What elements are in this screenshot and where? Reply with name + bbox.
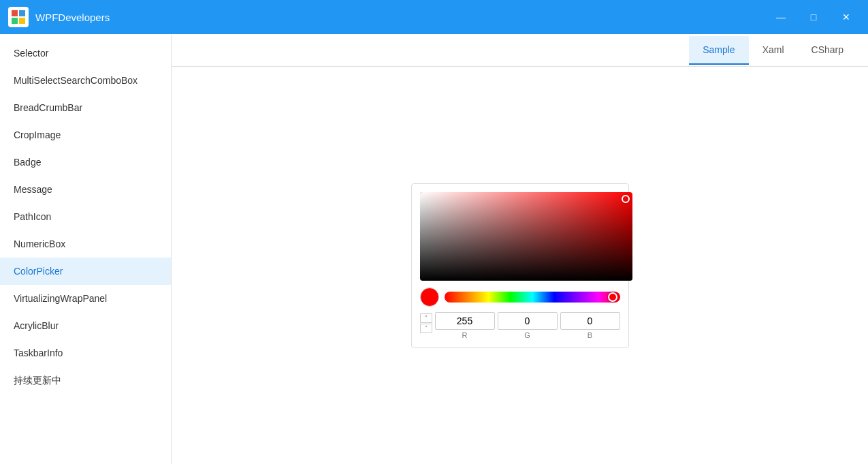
svg-rect-1 [19,10,25,16]
color-canvas-black-gradient [420,192,632,281]
maximize-button[interactable]: □ [800,7,827,27]
b-field: B [560,312,620,339]
close-button[interactable]: ✕ [833,7,860,27]
main-container: Selector MultiSelectSearchComboBox Bread… [0,34,868,464]
color-canvas[interactable] [420,192,632,281]
tab-sample[interactable]: Sample [689,36,748,65]
stepper-arrows: ˄ ˅ [420,313,432,333]
app-title: WPFDevelopers [35,12,767,23]
sidebar-item-badge[interactable]: Badge [0,149,171,176]
sidebar-item-multiselectsearchcombobox[interactable]: MultiSelectSearchComboBox [0,67,171,94]
hue-slider[interactable] [445,292,620,303]
b-label: B [588,331,592,339]
sidebar-item-colorpicker[interactable]: ColorPicker [0,258,171,285]
minimize-button[interactable]: — [767,7,794,27]
svg-rect-3 [19,18,25,24]
sample-area: ˄ ˅ R G B [172,67,868,464]
r-field: R [435,312,495,339]
color-preview [420,288,439,307]
b-input[interactable] [560,312,620,330]
app-logo [8,7,29,27]
hue-row [420,288,620,307]
g-input[interactable] [498,312,558,330]
tab-xaml[interactable]: Xaml [749,36,798,65]
hue-slider-handle[interactable] [608,292,617,302]
color-canvas-handle[interactable] [622,195,630,203]
sidebar: Selector MultiSelectSearchComboBox Bread… [0,34,172,464]
sidebar-item-message[interactable]: Message [0,176,171,203]
r-input[interactable] [435,312,495,330]
tab-bar: Sample Xaml CSharp [172,34,868,67]
titlebar: WPFDevelopers — □ ✕ [0,0,868,34]
g-field: G [498,312,558,339]
sidebar-item-taskbarinfo[interactable]: TaskbarInfo [0,339,171,367]
stepper-up-button[interactable]: ˄ [420,313,432,323]
sidebar-item-selector[interactable]: Selector [0,40,171,67]
content-area: Sample Xaml CSharp [172,34,868,464]
sidebar-item-more[interactable]: 持续更新中 [0,367,171,395]
svg-rect-2 [12,18,18,24]
sidebar-item-numericbox[interactable]: NumericBox [0,230,171,258]
sidebar-item-virtualizingwrappanel[interactable]: VirtualizingWrapPanel [0,285,171,312]
colorpicker-widget: ˄ ˅ R G B [411,183,629,348]
stepper-down-button[interactable]: ˅ [420,324,432,333]
sidebar-item-acrylicblur[interactable]: AcrylicBlur [0,312,171,339]
sidebar-item-pathicon[interactable]: PathIcon [0,203,171,230]
sidebar-item-cropimage[interactable]: CropImage [0,121,171,149]
svg-rect-0 [12,10,18,16]
r-label: R [462,331,468,339]
rgb-inputs-row: ˄ ˅ R G B [420,312,620,339]
window-controls: — □ ✕ [767,7,860,27]
tab-csharp[interactable]: CSharp [798,36,857,65]
sidebar-item-breadcrumbbar[interactable]: BreadCrumbBar [0,94,171,121]
g-label: G [524,331,530,339]
